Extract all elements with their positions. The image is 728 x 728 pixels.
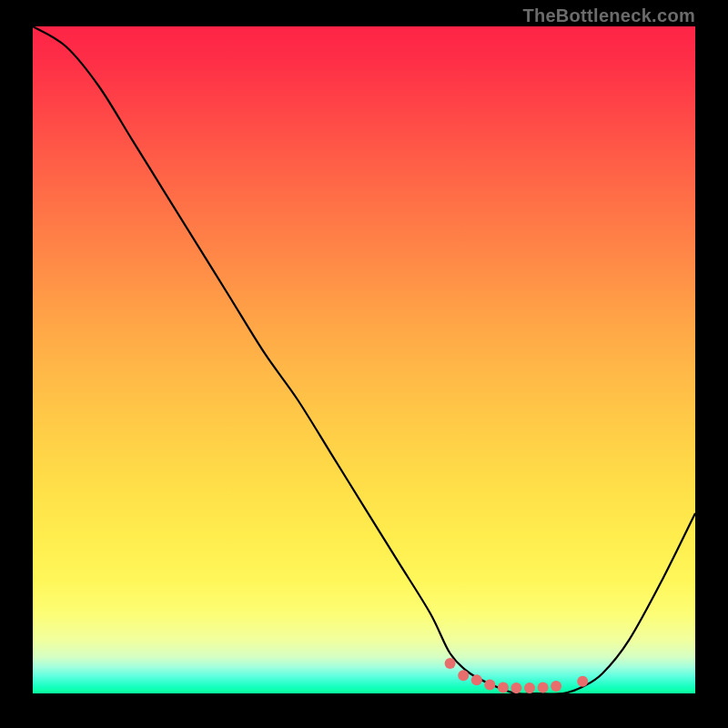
watermark-text: TheBottleneck.com <box>522 5 695 26</box>
highlight-dot <box>577 676 588 687</box>
highlight-dot <box>551 681 561 692</box>
highlight-dot <box>484 680 495 691</box>
highlight-dot <box>471 674 482 685</box>
chart-frame: TheBottleneck.com <box>0 0 728 728</box>
plot-area <box>33 26 695 693</box>
highlight-dots-group <box>445 658 589 693</box>
highlight-dot <box>458 670 469 681</box>
highlight-dot <box>538 682 549 693</box>
chart-svg <box>33 26 695 693</box>
bottleneck-curve-path <box>33 26 695 693</box>
highlight-dot <box>445 658 456 669</box>
highlight-dot <box>498 682 509 693</box>
highlight-dot <box>511 682 521 693</box>
highlight-dot <box>524 682 535 693</box>
